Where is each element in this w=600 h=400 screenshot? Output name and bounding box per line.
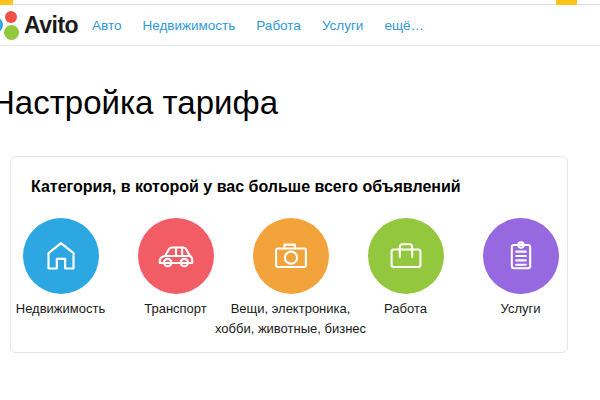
category-label: Услуги: [443, 299, 599, 319]
category-item-services[interactable]: Услуги: [463, 218, 578, 339]
nav-item-jobs[interactable]: Работа: [256, 18, 301, 33]
category-item-realty[interactable]: Недвижимость: [3, 218, 118, 339]
category-item-goods[interactable]: Вещи, электроника, хобби, животные, бизн…: [233, 218, 348, 339]
nav-item-more[interactable]: ещё…: [384, 18, 424, 33]
page-title: Настройка тарифа: [0, 84, 278, 122]
logo-text: Avito: [24, 12, 78, 39]
house-icon: [41, 236, 81, 276]
logo-blue-dot-icon: [0, 17, 3, 33]
goods-circle[interactable]: [253, 218, 329, 294]
category-card: Категория, в которой у вас больше всего …: [10, 156, 568, 353]
services-circle[interactable]: [483, 218, 559, 294]
clipboard-icon: [500, 235, 542, 277]
page: Avito Авто Недвижимость Работа Услуги ещ…: [0, 0, 600, 400]
jobs-circle[interactable]: [368, 218, 444, 294]
category-row: Недвижимость Транспорт: [3, 218, 578, 339]
nav-item-realty[interactable]: Недвижимость: [142, 18, 235, 33]
header: Avito Авто Недвижимость Работа Услуги ещ…: [0, 5, 600, 46]
camera-icon: [270, 235, 312, 277]
category-card-title: Категория, в которой у вас больше всего …: [31, 178, 461, 196]
briefcase-icon: [385, 235, 427, 277]
main-nav: Авто Недвижимость Работа Услуги ещё…: [92, 18, 424, 33]
nav-item-services[interactable]: Услуги: [322, 18, 364, 33]
category-item-jobs[interactable]: Работа: [348, 218, 463, 339]
realty-circle[interactable]: [23, 218, 99, 294]
nav-item-auto[interactable]: Авто: [92, 18, 121, 33]
avito-logo[interactable]: Avito: [0, 5, 85, 45]
car-icon: [155, 235, 197, 277]
transport-circle[interactable]: [138, 218, 214, 294]
logo-red-dot-icon: [5, 11, 17, 23]
logo-green-dot-icon: [4, 25, 19, 40]
